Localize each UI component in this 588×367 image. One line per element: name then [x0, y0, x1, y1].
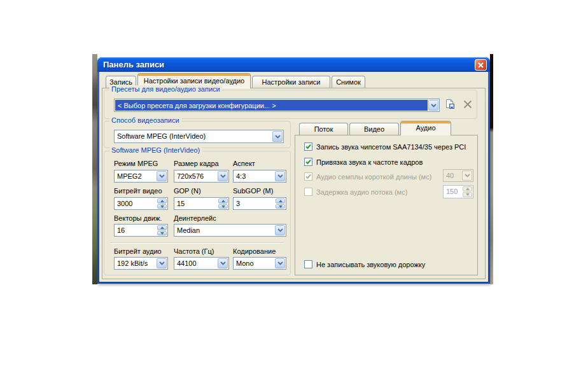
video-method-dropdown-button[interactable]: [272, 131, 283, 142]
audio-bitrate-dropdown-button[interactable]: [157, 258, 167, 268]
tab-audio[interactable]: Аудио: [400, 121, 451, 135]
aspect-label: Аспект: [233, 160, 255, 167]
encoding-label: Кодирование: [233, 247, 276, 255]
deinterlace-select[interactable]: Median: [174, 224, 286, 237]
mpeg-mode-select[interactable]: MPEG2: [114, 170, 168, 183]
save-preset-icon: [444, 99, 456, 110]
tab-audio-settings[interactable]: Настройки записи аудио: [252, 76, 330, 88]
preset-selected-value: < Выбор пресета для загрузки конфигураци…: [115, 100, 428, 111]
preset-select[interactable]: < Выбор пресета для загрузки конфигураци…: [114, 99, 440, 112]
deinterlace-dropdown-button[interactable]: [275, 225, 285, 235]
chevron-down-icon: [277, 228, 283, 232]
close-button[interactable]: [475, 59, 487, 71]
chipset-audio-label: Запись звука чипсетом SAA7134/35 через P…: [316, 143, 466, 151]
chevron-down-icon: [277, 174, 283, 178]
chevron-down-icon: [275, 135, 281, 139]
video-bitrate-label: Битрейт видео: [114, 187, 162, 195]
tab-stream[interactable]: Поток: [299, 123, 348, 135]
arrow-down-icon: [221, 205, 225, 208]
frequency-label: Частота (Гц): [174, 247, 214, 255]
chevron-down-icon: [220, 261, 226, 265]
tab-snapshot[interactable]: Снимок: [332, 76, 365, 88]
active-tab-accent: [138, 74, 250, 76]
chevron-down-icon: [277, 261, 283, 265]
mpeg-mode-label: Режим MPEG: [114, 160, 158, 167]
video-method-select[interactable]: Software MPEG (InterVideo): [114, 130, 284, 143]
window-title: Панель записи: [103, 60, 164, 69]
delete-preset-icon: [463, 99, 473, 109]
frame-size-select[interactable]: 720x576: [174, 170, 229, 183]
encoding-select[interactable]: Mono: [233, 257, 286, 270]
video-bitrate-spinner[interactable]: 3000: [114, 197, 168, 210]
short-samples-select: 40: [443, 169, 473, 182]
dialog-body: Запись Настройки записи видео/аудио Наст…: [99, 72, 488, 282]
mpeg-group-label: Software MPEG (InterVideo): [109, 146, 202, 154]
arrow-down-icon: [466, 193, 470, 196]
arrow-down-icon: [160, 205, 164, 208]
arrow-up-icon: [279, 200, 283, 202]
aspect-select[interactable]: 4:3: [233, 170, 286, 183]
motion-vectors-label: Векторы движ.: [114, 214, 162, 222]
checkmark-icon: [305, 173, 312, 180]
spin-up-button[interactable]: [157, 225, 167, 230]
aspect-dropdown-button[interactable]: [275, 171, 285, 181]
arrow-up-icon: [466, 188, 470, 190]
mpeg-mode-dropdown-button[interactable]: [157, 171, 167, 181]
chipset-audio-checkbox[interactable]: [304, 142, 312, 151]
video-method-group-label: Способ видеозаписи: [109, 116, 181, 124]
preset-dropdown-button[interactable]: [428, 100, 438, 111]
audio-bitrate-select[interactable]: 192 kBit/s: [114, 257, 168, 270]
chevron-down-icon: [159, 261, 165, 265]
deinterlace-label: Деинтерлейс: [174, 214, 216, 222]
frequency-dropdown-button[interactable]: [218, 258, 228, 268]
mpeg-settings-group: Software MPEG (InterVideo) Режим MPEG Ра…: [104, 151, 291, 275]
frame-size-dropdown-button[interactable]: [218, 171, 228, 181]
frequency-select[interactable]: 44100: [174, 257, 229, 270]
tab-video[interactable]: Видео: [349, 123, 399, 135]
no-audio-checkbox[interactable]: [304, 260, 312, 268]
audio-bitrate-label: Битрейт аудио: [114, 247, 162, 255]
encoding-dropdown-button[interactable]: [275, 258, 285, 268]
spin-down-button[interactable]: [276, 204, 285, 209]
spin-up-button[interactable]: [157, 198, 167, 204]
spin-down-button[interactable]: [157, 204, 167, 209]
spin-up-button[interactable]: [218, 198, 228, 204]
arrow-up-icon: [160, 200, 164, 202]
spin-up-button: [463, 186, 472, 191]
frame-size-label: Размер кадра: [174, 160, 219, 167]
delete-preset-button[interactable]: [463, 99, 473, 112]
chevron-down-icon: [220, 174, 226, 178]
presets-group: Пресеты для видео/аудио записи < Выбор п…: [104, 90, 477, 119]
audio-delay-spinner: 150: [443, 185, 473, 198]
gop-label: GOP (N): [174, 187, 201, 195]
arrow-up-icon: [160, 226, 164, 229]
chevron-down-icon: [159, 174, 165, 178]
audio-delay-label: Задержка аудио потока (мс): [316, 188, 407, 196]
separator: [111, 242, 284, 244]
spin-down-button[interactable]: [218, 204, 228, 209]
arrow-up-icon: [221, 200, 225, 202]
save-preset-button[interactable]: [444, 99, 456, 113]
short-samples-label: Аудио семплы короткой длины (мс): [316, 173, 431, 181]
spin-up-button[interactable]: [276, 198, 285, 204]
checkmark-icon: [305, 158, 312, 165]
gop-spinner[interactable]: 15: [174, 197, 229, 210]
video-method-group: Способ видеозаписи Software MPEG (InterV…: [104, 121, 291, 148]
recording-panel-window: Панель записи Запись Настройки записи ви…: [97, 57, 490, 284]
titlebar[interactable]: Панель записи: [97, 57, 490, 72]
subgop-spinner[interactable]: 3: [233, 197, 286, 210]
arrow-down-icon: [279, 205, 283, 208]
sync-framerate-checkbox[interactable]: [304, 158, 312, 166]
spin-down-button: [463, 192, 472, 197]
audio-tab-pane: Запись звука чипсетом SAA7134/35 через P…: [295, 135, 478, 275]
desktop-wallpaper-strip-right: [490, 54, 493, 284]
presets-group-label: Пресеты для видео/аудио записи: [109, 85, 222, 93]
sync-framerate-label: Привязка звука к частоте кадров: [316, 158, 423, 166]
arrow-down-icon: [160, 232, 164, 235]
no-audio-label: Не записывать звуковую дорожку: [316, 261, 425, 268]
short-samples-checkbox: [304, 172, 312, 181]
spin-down-button[interactable]: [157, 231, 167, 236]
desktop-wallpaper-strip-left: [92, 54, 97, 284]
motion-vectors-spinner[interactable]: 16: [114, 224, 168, 237]
chevron-down-icon: [465, 174, 470, 177]
